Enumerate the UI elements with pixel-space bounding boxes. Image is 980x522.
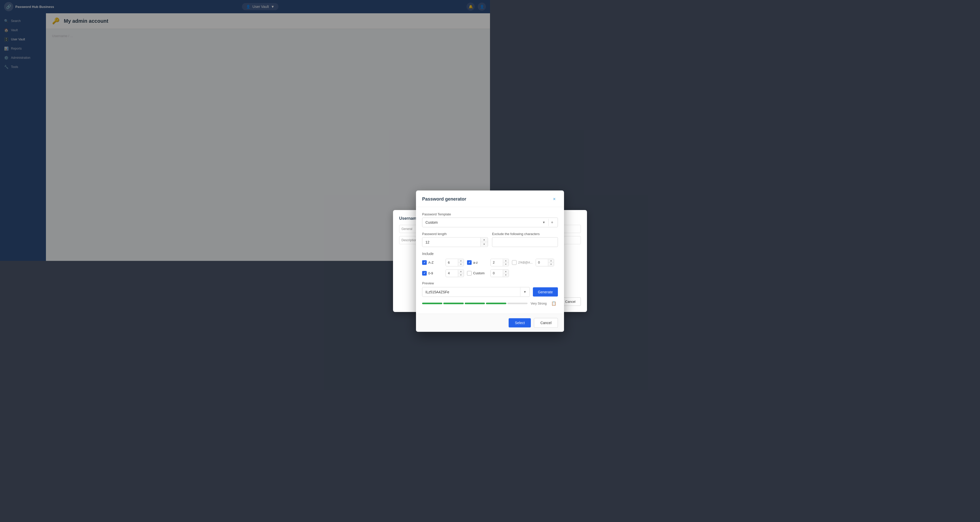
password-length-label: Password length bbox=[422, 232, 488, 236]
az-lower-checkbox[interactable]: ✓ bbox=[467, 260, 472, 261]
modal-backdrop: Username / Password General Custom Descr… bbox=[0, 0, 490, 261]
az-upper-count-input[interactable] bbox=[446, 259, 458, 261]
check-icon: ✓ bbox=[423, 261, 426, 261]
include-row-1: ✓ A-Z ▲ ▼ bbox=[422, 259, 490, 261]
az-upper-checkbox[interactable]: ✓ bbox=[422, 260, 427, 261]
include-label: Include bbox=[422, 251, 490, 255]
modal-header: Password generator × bbox=[416, 190, 490, 207]
modal-body: Password Template Custom ▼ + bbox=[416, 207, 490, 261]
az-upper-label: A-Z bbox=[428, 260, 438, 261]
length-decrement-button[interactable]: ▼ bbox=[480, 242, 488, 247]
az-upper-checkbox-wrapper: ✓ A-Z bbox=[422, 260, 442, 261]
modal-dialog: Password generator × Password Template C… bbox=[416, 190, 490, 261]
password-generator-modal: Password generator × Password Template C… bbox=[416, 190, 490, 261]
password-length-group: Password length ▲ ▼ bbox=[422, 232, 488, 247]
az-upper-count-spinbox: ▲ ▼ bbox=[445, 259, 464, 261]
az-lower-checkbox-wrapper: ✓ a-z bbox=[467, 260, 487, 261]
password-template-label: Password Template bbox=[422, 212, 490, 216]
password-length-spinbox: ▲ ▼ bbox=[422, 237, 488, 247]
template-value: Custom bbox=[422, 218, 490, 227]
password-template-group: Password Template Custom ▼ + bbox=[422, 212, 490, 227]
az-upper-increment[interactable]: ▲ bbox=[458, 259, 464, 261]
template-select-wrapper: Custom ▼ + bbox=[422, 217, 490, 227]
az-upper-spinbox-controls: ▲ ▼ bbox=[458, 259, 464, 261]
outer-dialog: Username / Password General Custom Descr… bbox=[393, 210, 490, 261]
spinbox-controls: ▲ ▼ bbox=[480, 237, 488, 247]
check-icon-2: ✓ bbox=[468, 261, 471, 261]
length-increment-button[interactable]: ▲ bbox=[480, 237, 488, 242]
modal-title: Password generator bbox=[422, 196, 466, 202]
app-background: 🔗 Password Hub Business 👤 User Vault ▼ 🔔… bbox=[0, 0, 490, 261]
az-lower-label: a-z bbox=[473, 260, 482, 261]
include-section: Include ✓ A-Z bbox=[422, 251, 490, 261]
password-length-input[interactable] bbox=[422, 237, 480, 247]
length-exclude-row: Password length ▲ ▼ Exc bbox=[422, 232, 490, 251]
